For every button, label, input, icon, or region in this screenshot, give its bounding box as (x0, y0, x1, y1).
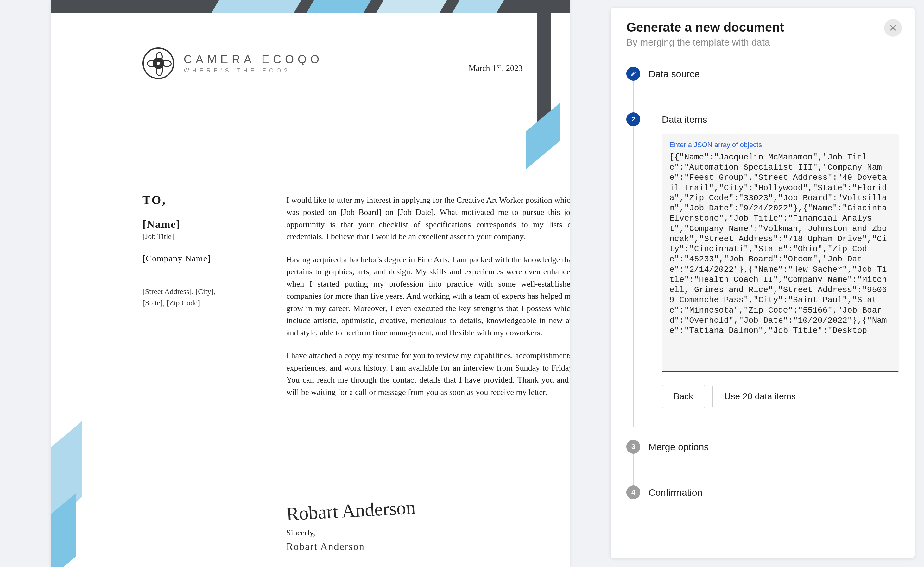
back-button[interactable]: Back (662, 385, 705, 408)
signature-block: Robart Anderson Sincerly, Robart Anderso… (286, 500, 415, 552)
recipient-name: [Name] (143, 218, 256, 230)
close-button[interactable] (884, 19, 902, 37)
closing-word: Sincerly, (286, 528, 415, 538)
right-accent-column (537, 0, 551, 136)
step-label: Data items (662, 112, 899, 125)
panel-title: Generate a new document (626, 20, 899, 34)
document-date: March 1ˢᵗ, 2023 (469, 63, 522, 73)
header-decoration (51, 0, 570, 13)
step-label: Merge options (649, 440, 709, 453)
step-merge-options[interactable]: 3 Merge options (626, 427, 899, 485)
brand-tagline: WHERE'S THE ECO? (184, 68, 323, 74)
step-label: Data source (649, 67, 700, 80)
step-buttons: Back Use 20 data items (662, 385, 899, 408)
camera-logo-icon (143, 48, 174, 79)
json-textarea[interactable] (670, 152, 891, 368)
recipient-block: TO, [Name] [Job Title] [Company Name] [S… (143, 193, 256, 309)
generate-document-panel: Generate a new document By merging the t… (611, 8, 915, 558)
close-icon (889, 24, 897, 32)
json-input-label: Enter a JSON array of objects (670, 141, 891, 149)
to-label: TO, (143, 193, 256, 207)
step-number: 3 (626, 440, 640, 454)
step-data-items: 2 Data items Enter a JSON array of objec… (626, 112, 899, 427)
step-data-source[interactable]: Data source (626, 67, 899, 112)
paragraph: I would like to utter my interest in app… (286, 194, 570, 243)
step-confirmation[interactable]: 4 Confirmation (626, 485, 899, 499)
recipient-address: [Street Address], [City], [State], [Zip … (143, 286, 256, 309)
use-data-items-button[interactable]: Use 20 data items (712, 385, 808, 408)
paragraph: I have attached a copy my resume for you… (286, 350, 570, 398)
paragraph: Having acquired a bachelor's degree in F… (286, 254, 570, 339)
signature-handwriting: Robart Anderson (286, 496, 416, 525)
letter-body: I would like to utter my interest in app… (286, 194, 570, 409)
signer-name: Robart Anderson (286, 541, 415, 552)
panel-subtitle: By merging the template with data (626, 37, 899, 48)
step-label: Confirmation (649, 485, 702, 498)
recipient-company: [Company Name] (143, 254, 256, 264)
recipient-job-title: [Job Title] (143, 232, 256, 241)
pencil-icon (626, 67, 640, 81)
brand-logo-block: CAMERA ECOQO WHERE'S THE ECO? (143, 48, 323, 79)
document-preview: CAMERA ECOQO WHERE'S THE ECO? March 1ˢᵗ,… (51, 0, 570, 567)
step-number: 2 (626, 112, 640, 126)
json-input-container: Enter a JSON array of objects (662, 135, 899, 372)
brand-name: CAMERA ECOQO (184, 53, 323, 66)
wizard-stepper: Data source 2 Data items Enter a JSON ar… (626, 67, 899, 499)
step-number: 4 (626, 485, 640, 499)
